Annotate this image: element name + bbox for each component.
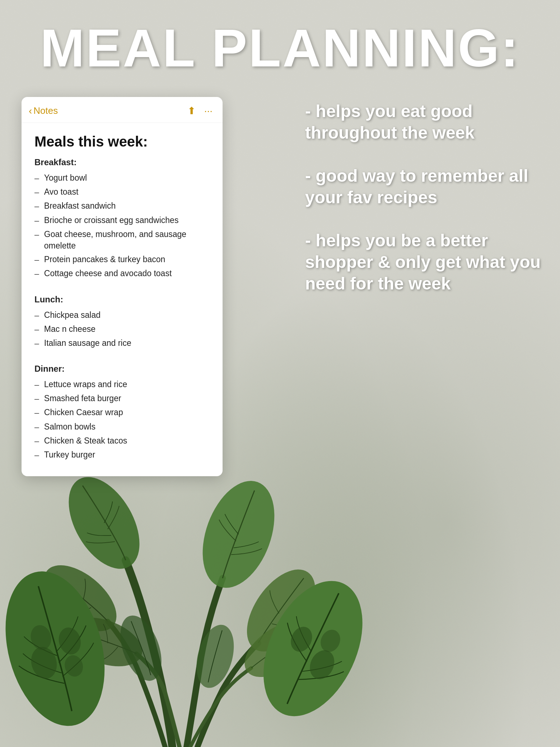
dash-icon: – bbox=[34, 229, 39, 240]
list-item: –Chicken & Steak tacos bbox=[34, 434, 210, 448]
svg-point-12 bbox=[62, 653, 85, 679]
svg-point-7 bbox=[190, 621, 240, 692]
list-item: –Breakfast sandwich bbox=[34, 199, 210, 213]
dash-icon: – bbox=[34, 338, 39, 349]
svg-point-5 bbox=[235, 611, 321, 688]
dash-icon: – bbox=[34, 186, 39, 198]
svg-point-10 bbox=[56, 625, 84, 657]
share-icon[interactable]: ⬆ bbox=[187, 105, 196, 117]
list-item: –Protein pancakes & turkey bacon bbox=[34, 252, 210, 266]
notes-card: ‹ Notes ⬆ ··· Meals this week: Breakfast… bbox=[22, 97, 223, 476]
dash-icon: – bbox=[34, 379, 39, 390]
dash-icon: – bbox=[34, 172, 39, 184]
dash-icon: – bbox=[34, 254, 39, 265]
list-item: –Lettuce wraps and rice bbox=[34, 377, 210, 391]
page-title: MEAL PLANNING: bbox=[0, 22, 560, 75]
note-title: Meals this week: bbox=[34, 133, 210, 150]
list-item: –Brioche or croissant egg sandwiches bbox=[34, 213, 210, 227]
meal-item: Lettuce wraps and rice bbox=[44, 379, 127, 390]
dash-icon: – bbox=[34, 200, 39, 212]
notes-back-label: Notes bbox=[33, 105, 58, 116]
dinner-list: –Lettuce wraps and rice –Smashed feta bu… bbox=[34, 377, 210, 462]
list-item: –Smashed feta burger bbox=[34, 391, 210, 405]
chevron-left-icon: ‹ bbox=[29, 105, 32, 117]
meal-item: Brioche or croissant egg sandwiches bbox=[44, 214, 179, 226]
meal-item: Turkey burger bbox=[44, 449, 95, 460]
notes-body: Meals this week: Breakfast: –Yogurt bowl… bbox=[22, 123, 223, 462]
svg-point-3 bbox=[233, 557, 329, 664]
svg-point-0 bbox=[54, 465, 154, 581]
list-item: –Avo toast bbox=[34, 185, 210, 199]
list-item: –Salmon bowls bbox=[34, 420, 210, 434]
list-item: –Italian sausage and rice bbox=[34, 336, 210, 350]
dash-icon: – bbox=[34, 310, 39, 321]
benefit-2: - good way to remember all your fav reci… bbox=[305, 165, 549, 208]
dash-icon: – bbox=[34, 324, 39, 335]
dash-icon: – bbox=[34, 407, 39, 418]
dash-icon: – bbox=[34, 449, 39, 461]
list-item: –Yogurt bowl bbox=[34, 171, 210, 185]
meal-item: Yogurt bowl bbox=[44, 172, 87, 184]
list-item: –Cottage cheese and avocado toast bbox=[34, 266, 210, 280]
meal-item: Chickpea salad bbox=[44, 309, 101, 321]
svg-point-1 bbox=[189, 471, 288, 598]
notes-header: ‹ Notes ⬆ ··· bbox=[22, 97, 223, 123]
meal-item: Cottage cheese and avocado toast bbox=[44, 268, 172, 279]
meal-item: Salmon bowls bbox=[44, 421, 95, 432]
svg-point-13 bbox=[244, 565, 383, 732]
benefit-3: - helps you be a better shopper & only g… bbox=[305, 230, 549, 294]
dash-icon: – bbox=[34, 215, 39, 226]
meal-item: Chicken & Steak tacos bbox=[44, 435, 127, 446]
list-item: –Chickpea salad bbox=[34, 308, 210, 322]
svg-point-8 bbox=[0, 560, 121, 737]
svg-point-15 bbox=[287, 623, 316, 655]
breakfast-list: –Yogurt bowl –Avo toast –Breakfast sandw… bbox=[34, 171, 210, 281]
meal-item: Smashed feta burger bbox=[44, 393, 121, 404]
svg-point-14 bbox=[305, 646, 339, 683]
meal-item: Chicken Caesar wrap bbox=[44, 407, 123, 418]
svg-point-4 bbox=[60, 608, 149, 676]
svg-point-16 bbox=[317, 626, 344, 655]
dash-icon: – bbox=[34, 435, 39, 447]
meal-item: Italian sausage and rice bbox=[44, 337, 131, 349]
side-benefits: - helps you eat good throughout the week… bbox=[305, 101, 549, 316]
list-item: –Chicken Caesar wrap bbox=[34, 405, 210, 419]
list-item: –Mac n cheese bbox=[34, 322, 210, 336]
meal-item: Goat cheese, mushroom, and sausage omele… bbox=[44, 228, 210, 251]
svg-point-6 bbox=[112, 610, 169, 686]
meal-item: Avo toast bbox=[44, 186, 78, 198]
dash-icon: – bbox=[34, 268, 39, 279]
section-breakfast-title: Breakfast: bbox=[34, 157, 210, 167]
dash-icon: – bbox=[34, 393, 39, 404]
dash-icon: – bbox=[34, 421, 39, 433]
notes-back-button[interactable]: ‹ Notes bbox=[29, 105, 58, 117]
benefit-1: - helps you eat good throughout the week bbox=[305, 101, 549, 144]
notes-action-icons: ⬆ ··· bbox=[187, 105, 213, 117]
more-icon[interactable]: ··· bbox=[204, 105, 213, 117]
list-item: –Turkey burger bbox=[34, 448, 210, 462]
svg-point-11 bbox=[28, 623, 54, 652]
meal-item: Breakfast sandwich bbox=[44, 200, 116, 212]
svg-point-2 bbox=[32, 553, 128, 644]
lunch-list: –Chickpea salad –Mac n cheese –Italian s… bbox=[34, 308, 210, 351]
section-lunch-title: Lunch: bbox=[34, 294, 210, 305]
meal-item: Protein pancakes & turkey bacon bbox=[44, 254, 165, 265]
list-item: –Goat cheese, mushroom, and sausage omel… bbox=[34, 227, 210, 252]
svg-point-9 bbox=[28, 644, 60, 682]
section-dinner-title: Dinner: bbox=[34, 364, 210, 374]
meal-item: Mac n cheese bbox=[44, 323, 95, 335]
